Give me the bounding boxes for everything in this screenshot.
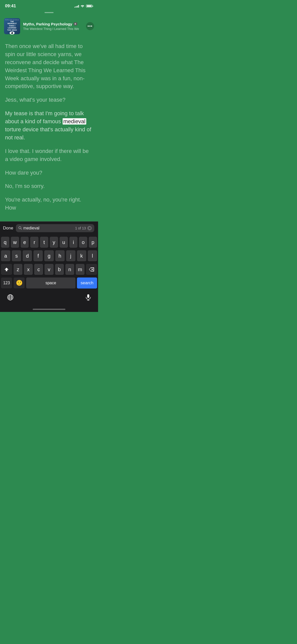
key-z[interactable]: z: [14, 264, 22, 275]
wifi-icon: [80, 4, 84, 8]
key-e[interactable]: e: [21, 237, 29, 248]
find-nav-buttons: ∧ ∨: [97, 224, 98, 232]
key-w[interactable]: w: [11, 237, 19, 248]
transcript-paragraph-1: Then once we've all had time to spin our…: [5, 42, 93, 90]
key-j[interactable]: j: [66, 250, 75, 261]
transcript-paragraph-7: You're actually, no, you're right. How: [5, 196, 93, 212]
status-icons: [74, 4, 93, 8]
find-search-icon: [18, 226, 22, 230]
key-f[interactable]: f: [33, 250, 43, 261]
find-prev-button[interactable]: ∧: [97, 224, 98, 232]
keyboard-row-1: q w e r t y u i o p: [1, 237, 97, 248]
emoji-key[interactable]: 🙂: [14, 277, 25, 289]
transcript-paragraph-4: I love that. I wonder if there will be a…: [5, 147, 93, 163]
signal-icon: [74, 5, 79, 8]
key-k[interactable]: k: [77, 250, 86, 261]
keyboard-row-3: z x c v b n m: [1, 264, 97, 275]
podcast-more-button[interactable]: •••: [86, 22, 94, 30]
keyboard: q w e r t y u i o p a s d f g h j k l z …: [0, 235, 98, 292]
find-input[interactable]: [23, 226, 74, 230]
key-i[interactable]: i: [69, 237, 78, 248]
status-time: 09:41: [5, 4, 16, 9]
transcript-paragraph-5: How dare you?: [5, 169, 93, 177]
find-clear-button[interactable]: ✕: [87, 226, 92, 230]
bottom-bar: [0, 292, 98, 307]
home-indicator-bar: [33, 309, 65, 310]
key-d[interactable]: d: [23, 250, 32, 261]
highlight-medieval: medieval: [63, 118, 86, 125]
drag-handle[interactable]: [0, 10, 98, 16]
key-v[interactable]: v: [45, 264, 53, 275]
key-c[interactable]: c: [34, 264, 43, 275]
thumb-main-text: THEWEIRDESTTHING ILEARNEDTHIS WEEK: [7, 21, 17, 31]
transcript-paragraph-2: Jess, what's your tease?: [5, 96, 93, 104]
key-y[interactable]: y: [50, 237, 58, 248]
globe-icon[interactable]: [7, 294, 14, 302]
find-input-container: 1 of 13 ✕: [16, 224, 95, 232]
find-clear-icon: ✕: [89, 227, 91, 230]
key-s[interactable]: s: [12, 250, 21, 261]
shift-key[interactable]: [1, 264, 12, 275]
thumb-eye-icon: [9, 31, 15, 35]
podcast-badge: E: [74, 22, 77, 25]
key-p[interactable]: p: [89, 237, 97, 248]
transcript-area: Then once we've all had time to spin our…: [0, 38, 98, 221]
key-q[interactable]: q: [1, 237, 9, 248]
key-u[interactable]: u: [60, 237, 68, 248]
key-g[interactable]: g: [44, 250, 54, 261]
keyboard-row-4: 123 🙂 space search: [1, 277, 97, 289]
key-l[interactable]: l: [88, 250, 97, 261]
backspace-key[interactable]: [86, 264, 97, 275]
transcript-paragraph-3: My tease is that I'm going to talk about…: [5, 109, 93, 142]
key-h[interactable]: h: [55, 250, 65, 261]
key-a[interactable]: a: [1, 250, 10, 261]
podcast-thumbnail: POPULAR SCIENCE THEWEIRDESTTHING ILEARNE…: [4, 18, 20, 34]
podcast-episode-title: Myths, Parking Psychology: [23, 22, 72, 26]
more-icon: •••: [88, 24, 93, 28]
podcast-show-title: The Weirdest Thing I Learned This We: [23, 27, 83, 31]
battery-icon: [86, 5, 93, 8]
find-done-button[interactable]: Done: [3, 226, 13, 231]
home-indicator: [0, 307, 98, 312]
key-n[interactable]: n: [65, 264, 74, 275]
svg-line-4: [21, 228, 22, 229]
find-result-count: 1 of 13: [75, 226, 86, 230]
key-x[interactable]: x: [24, 264, 33, 275]
key-t[interactable]: t: [40, 237, 48, 248]
key-r[interactable]: r: [30, 237, 38, 248]
keyboard-row-2: a s d f g h j k l: [1, 250, 97, 261]
space-key[interactable]: space: [26, 277, 75, 289]
svg-point-2: [11, 32, 12, 33]
search-key[interactable]: search: [77, 277, 97, 289]
mic-icon[interactable]: [86, 294, 91, 302]
find-bar: Done 1 of 13 ✕ ∧ ∨: [0, 221, 98, 235]
svg-point-1: [11, 32, 13, 34]
transcript-paragraph-6: No, I'm so sorry.: [5, 182, 93, 190]
podcast-info: Myths, Parking Psychology E The Weirdest…: [23, 22, 83, 31]
status-bar: 09:41: [0, 0, 98, 10]
key-m[interactable]: m: [76, 264, 84, 275]
key-o[interactable]: o: [79, 237, 87, 248]
svg-rect-12: [87, 294, 89, 298]
podcast-header: POPULAR SCIENCE THEWEIRDESTTHING ILEARNE…: [0, 16, 98, 38]
num-key[interactable]: 123: [1, 277, 12, 289]
key-b[interactable]: b: [55, 264, 64, 275]
